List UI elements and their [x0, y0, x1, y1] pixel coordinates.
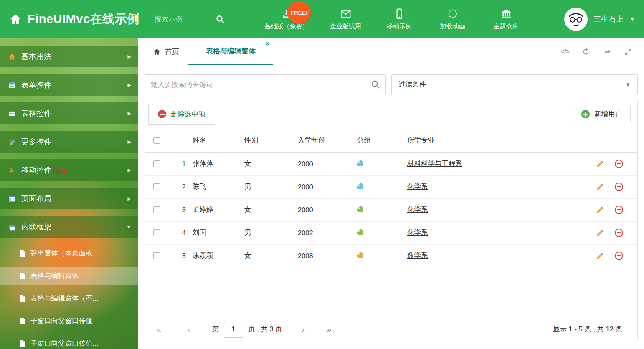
corp-badge: Corp. — [54, 167, 68, 173]
row-number: 4 — [168, 229, 193, 237]
chevron-down-icon: ▼ — [625, 82, 631, 88]
sidebar-item-mobile-controls[interactable]: 移动控件 Corp. ▶ — [0, 159, 138, 181]
page-content: 过滤条件一 ▼ 删除选中项 新增用户 姓名 性 — [138, 65, 644, 340]
cell-year: 2000 — [298, 183, 357, 191]
user-menu[interactable]: 三生石上 ▼ — [564, 8, 635, 31]
edit-icon[interactable] — [596, 229, 604, 237]
arrow-right-icon: ▶ — [128, 82, 131, 88]
page-prefix: 第 — [212, 325, 219, 334]
grid-toolbar: 删除选中项 新增用户 — [145, 100, 637, 128]
row-checkbox[interactable] — [153, 252, 160, 259]
nav-item-theme-repo[interactable]: 主题仓库 — [490, 8, 522, 31]
major-link[interactable]: 化学系 — [407, 229, 428, 236]
filter-dropdown[interactable]: 过滤条件一 ▼ — [391, 74, 638, 94]
sidebar-subitem-label: 表格与编辑窗体 — [30, 271, 79, 280]
page-icon — [19, 273, 25, 279]
home-logo-icon — [9, 13, 22, 25]
username: 三生石上 — [593, 14, 624, 24]
sidebar-subitem-label: 子窗口向父窗口传值... — [30, 339, 98, 348]
header-search-input[interactable] — [155, 15, 210, 23]
sidebar-item-form-controls[interactable]: 表单控件 ▶ — [0, 74, 138, 96]
major-link[interactable]: 化学系 — [407, 183, 428, 190]
delete-button-label: 删除选中项 — [171, 110, 205, 119]
close-icon[interactable]: × — [266, 41, 269, 47]
major-link[interactable]: 材料科学与工程系 — [407, 160, 462, 167]
sidebar-subitem-grid-edit-window[interactable]: 表格与编辑窗体 — [0, 267, 138, 285]
column-header-major: 所学专业 — [407, 136, 587, 145]
filter-selected-value: 过滤条件一 — [398, 80, 433, 89]
delete-row-icon[interactable] — [615, 183, 623, 191]
row-checkbox[interactable] — [153, 206, 160, 213]
form-icon — [8, 82, 15, 89]
row-checkbox[interactable] — [153, 183, 160, 190]
edit-icon[interactable] — [596, 160, 604, 168]
delete-row-icon[interactable] — [615, 206, 623, 214]
refresh-icon[interactable] — [582, 48, 590, 56]
nav-label: 移动示例 — [387, 23, 412, 31]
source-code-icon[interactable]: </> — [561, 48, 569, 56]
row-checkbox[interactable] — [153, 229, 160, 236]
expand-icon[interactable] — [624, 48, 632, 56]
delete-row-icon[interactable] — [615, 160, 623, 168]
tab-grid-edit-window[interactable]: 表格与编辑窗体 × — [188, 38, 273, 65]
sidebar-subitem-grid-edit-window-2[interactable]: 表格与编辑窗体（不... — [0, 290, 138, 307]
sidebar-subitem-popup-window[interactable]: 弹出窗体（本页面或... — [0, 245, 138, 262]
cell-name: 陈飞 — [193, 182, 244, 191]
edit-icon[interactable] — [596, 183, 604, 191]
first-page-icon[interactable]: « — [157, 324, 162, 334]
major-link[interactable]: 数学系 — [407, 252, 428, 259]
avatar — [564, 8, 588, 31]
header-search — [155, 15, 225, 24]
tab-home[interactable]: 首页 — [144, 38, 188, 65]
select-all-checkbox[interactable] — [153, 137, 160, 144]
cell-gender: 女 — [244, 205, 298, 214]
sidebar-item-basic-usage[interactable]: 基本用法 ▶ — [0, 46, 138, 67]
chevron-down-icon: ▼ — [630, 17, 635, 22]
app-logo[interactable]: FineUIMvc在线示例 — [9, 11, 139, 28]
sidebar-item-label: 更多控件 — [21, 137, 51, 147]
edit-icon[interactable] — [596, 252, 604, 260]
pagination-bar: « ‹ 第 页 , 共 3 页 › » 显示 1 - 5 条 , 共 12 条 — [145, 318, 637, 340]
nav-label: 加载动画 — [440, 23, 465, 31]
last-page-icon[interactable]: » — [327, 324, 332, 334]
page-suffix: 页 , 共 3 页 — [248, 325, 282, 334]
share-forward-icon[interactable] — [603, 48, 611, 56]
delete-row-icon[interactable] — [615, 229, 623, 237]
add-user-button[interactable]: 新增用户 — [573, 105, 631, 123]
arrow-right-icon: ▶ — [128, 196, 131, 201]
sidebar-item-grid-controls[interactable]: 表格控件 ▶ — [0, 102, 138, 124]
row-checkbox[interactable] — [153, 160, 160, 167]
cell-year: 2008 — [298, 252, 357, 260]
page-number-input[interactable] — [224, 321, 243, 338]
major-link[interactable]: 化学系 — [407, 206, 428, 213]
prev-page-icon[interactable]: ‹ — [188, 324, 190, 334]
sidebar-item-label: 内联框架 — [21, 222, 51, 232]
search-icon[interactable] — [216, 15, 225, 24]
nav-item-enterprise-trial[interactable]: 企业版试用 — [330, 8, 362, 31]
sidebar-item-page-layout[interactable]: 页面布局 ▶ — [0, 188, 138, 209]
nav-item-mobile-demo[interactable]: 移动示例 — [383, 8, 416, 31]
keyword-search-input[interactable] — [145, 74, 386, 94]
table-header-row: 姓名 性别 入学年份 分组 所学专业 — [145, 128, 637, 153]
table-row: 5 康颖颖 女 2008 数学系 — [145, 245, 637, 267]
nav-item-loading-animation[interactable]: 加载动画 — [436, 8, 469, 31]
edit-icon[interactable] — [596, 206, 604, 214]
sidebar-subitem-child-to-parent-2[interactable]: 子窗口向父窗口传值... — [0, 335, 138, 349]
column-header-group: 分组 — [357, 136, 407, 145]
next-page-icon[interactable]: › — [302, 324, 305, 334]
row-number: 2 — [168, 183, 193, 191]
row-number: 5 — [168, 252, 193, 260]
delete-selected-button[interactable]: 删除选中项 — [148, 104, 215, 125]
delete-row-icon[interactable] — [615, 252, 623, 260]
cell-name: 刘国 — [193, 228, 244, 237]
sidebar-subitem-child-to-parent[interactable]: 子窗口向父窗口传值 — [0, 312, 138, 330]
plus-circle-icon — [581, 110, 590, 118]
page-icon — [19, 295, 25, 302]
nav-label: 主题仓库 — [494, 23, 519, 31]
sidebar-item-inline-frame[interactable]: 内联框架 ▼ — [0, 216, 138, 238]
cell-gender: 男 — [244, 228, 298, 237]
cell-gender: 男 — [244, 182, 298, 191]
data-grid: 姓名 性别 入学年份 分组 所学专业 1 张萍萍 女 2000 材料科学与工程系 — [145, 128, 637, 318]
search-icon[interactable] — [370, 79, 380, 91]
sidebar-item-more-controls[interactable]: 更多控件 ▶ — [0, 131, 138, 153]
